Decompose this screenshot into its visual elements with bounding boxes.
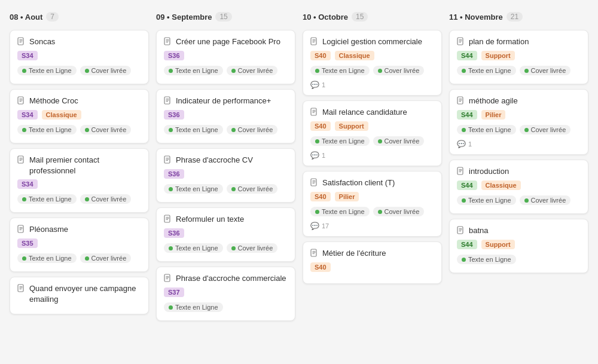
badge: S40 [310, 192, 331, 201]
document-icon [164, 155, 172, 166]
card[interactable]: Reformuler un texteS36Texte en LigneCove… [156, 207, 295, 262]
card-tags: Texte en Ligne [164, 302, 288, 314]
card-title-row: Soncas [17, 36, 141, 47]
tag-label: Cover livrée [238, 185, 273, 192]
tag-dot [231, 187, 236, 191]
card[interactable]: Phrase d'accroche commercialeS37Texte en… [156, 267, 295, 321]
card-title-text: introduction [469, 166, 509, 177]
card-title-text: Pléonasme [29, 224, 68, 235]
column-title: 11 • Novembre [449, 13, 503, 22]
card[interactable]: PléonasmeS35Texte en LigneCover livrée [10, 218, 149, 272]
tag: Texte en Ligne [164, 302, 223, 312]
tag: Cover livrée [373, 136, 425, 146]
tag: Texte en Ligne [164, 243, 223, 253]
card[interactable]: Indicateur de performance+S36Texte en Li… [156, 89, 295, 143]
badges-row: S44Pilier [457, 110, 581, 123]
tag-label: Texte en Ligne [468, 197, 511, 204]
card[interactable]: méthode agileS44PilierTexte en LigneCove… [449, 89, 588, 155]
card-title-row: Créer une page Facebook Pro [164, 36, 288, 47]
card-title-row: Quand envoyer une campagne emailing [17, 283, 141, 304]
card[interactable]: Créer une page Facebook ProS36Texte en L… [156, 30, 295, 84]
tag-label: Texte en Ligne [468, 67, 511, 74]
card[interactable]: Phrase d'accroche CVS36Texte en LigneCov… [156, 148, 295, 203]
card[interactable]: Mail relance candidatureS40SupportTexte … [303, 100, 442, 166]
document-icon [310, 108, 319, 118]
card-comment: 💬1 [310, 81, 434, 89]
badge: S36 [164, 228, 184, 238]
tag-dot [169, 69, 173, 73]
tag-dot [315, 139, 319, 143]
tag-dot [22, 197, 26, 201]
card[interactable]: plan de formationS44SupportTexte en Lign… [449, 30, 588, 84]
badge: Classique [42, 110, 81, 120]
tag-dot [462, 198, 466, 203]
card-tags: Texte en LigneCover livrée [17, 194, 141, 206]
tag-label: Cover livrée [385, 67, 420, 74]
card-title-row: Indicateur de performance+ [164, 96, 288, 106]
card[interactable]: Logiciel gestion commercialeS40Classique… [303, 30, 442, 96]
tag: Cover livrée [80, 194, 132, 204]
tag: Texte en Ligne [164, 125, 223, 134]
tag-dot [22, 69, 26, 73]
card-tags: Texte en Ligne [457, 255, 581, 267]
badges-row: S36 [164, 110, 288, 123]
tag-dot [378, 139, 382, 143]
card[interactable]: SoncasS34Texte en LigneCover livrée [10, 30, 149, 84]
tag: Texte en Ligne [310, 136, 370, 146]
tag-label: Texte en Ligne [29, 67, 72, 74]
column-col-11: 11 • Novembre21plan de formationS44Suppo… [449, 10, 588, 326]
card-title-row: Satisfaction client (T) [310, 178, 434, 188]
card[interactable]: Mail premier contact professionnelS34Tex… [10, 148, 149, 213]
card[interactable]: batnaS44SupportTexte en Ligne [449, 219, 588, 273]
card-title-text: batna [469, 225, 489, 236]
tag-label: Texte en Ligne [322, 208, 365, 215]
tag-label: Texte en Ligne [175, 244, 218, 252]
tag-label: Texte en Ligne [468, 256, 511, 263]
badge: S40 [310, 51, 331, 60]
card[interactable]: Méthode CrocS34ClassiqueTexte en LigneCo… [10, 89, 149, 143]
card-title-row: Pléonasme [17, 224, 141, 235]
card-tags: Texte en LigneCover livrée [310, 207, 434, 219]
badge: S36 [164, 169, 184, 179]
tag-dot [169, 305, 173, 310]
tag: Cover livrée [80, 253, 132, 263]
tag-label: Cover livrée [91, 67, 127, 74]
tag-dot [22, 128, 26, 132]
tag-dot [378, 69, 382, 73]
column-col-08: 08 • Aout7SoncasS34Texte en LigneCover l… [10, 10, 149, 326]
badge: Pilier [481, 110, 506, 120]
card[interactable]: Métier de l'écritureS40 [303, 241, 442, 284]
badges-row: S44Support [457, 51, 581, 63]
tag-label: Texte en Ligne [175, 185, 218, 192]
tag-label: Texte en Ligne [322, 67, 365, 74]
tag-label: Cover livrée [238, 126, 273, 133]
column-title: 08 • Aout [10, 13, 42, 22]
card[interactable]: introductionS44ClassiqueTexte en LigneCo… [449, 160, 588, 214]
card-tags: Texte en LigneCover livrée [17, 125, 141, 137]
card-tags: Texte en LigneCover livrée [457, 195, 581, 207]
tag-dot [231, 128, 236, 132]
column-col-10: 10 • Octobre15Logiciel gestion commercia… [303, 10, 442, 326]
badges-row: S40Pilier [310, 192, 434, 204]
card-title-text: Reformuler un texte [176, 214, 244, 225]
card[interactable]: Satisfaction client (T)S40PilierTexte en… [303, 171, 442, 237]
document-icon [17, 225, 26, 235]
card[interactable]: Quand envoyer une campagne emailing [10, 277, 149, 314]
tag-label: Cover livrée [531, 126, 566, 133]
badges-row: S44Classique [457, 181, 581, 193]
tag-label: Texte en Ligne [322, 137, 365, 145]
tag-dot [524, 198, 529, 203]
tag-dot [85, 197, 89, 201]
tag-dot [22, 256, 26, 261]
badges-row: S34 [17, 179, 141, 192]
card-title-row: plan de formation [457, 36, 581, 47]
badge: S36 [164, 110, 184, 120]
badges-row: S37 [164, 287, 288, 300]
badges-row: S34 [17, 51, 141, 63]
column-col-09: 09 • Septembre15Créer une page Facebook … [156, 10, 295, 326]
document-icon [310, 37, 319, 47]
tag-dot [231, 69, 236, 73]
badge: Pilier [335, 192, 359, 201]
tag-label: Texte en Ligne [468, 126, 511, 133]
badge: Support [335, 121, 368, 131]
